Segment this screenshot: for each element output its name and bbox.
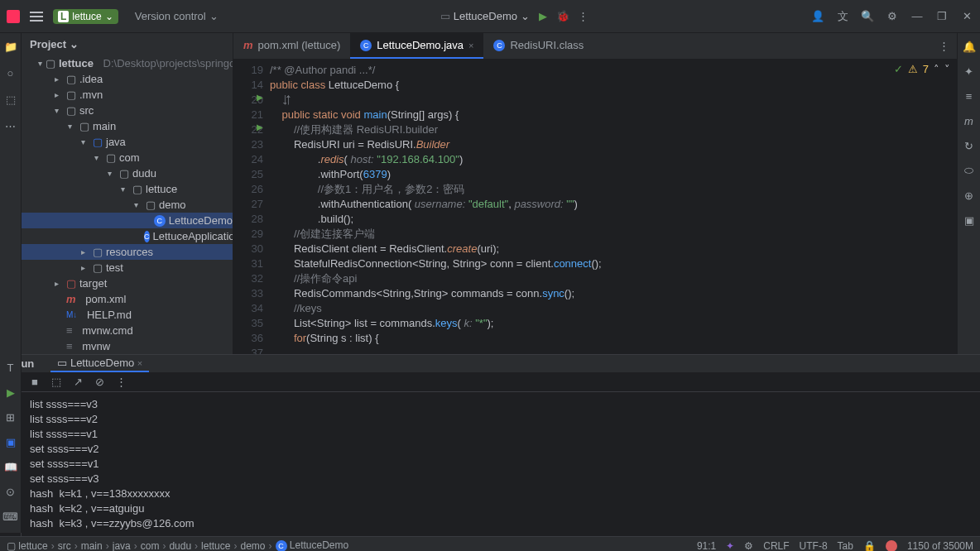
java-class-icon: C xyxy=(154,215,166,227)
close-tab-icon[interactable]: × xyxy=(468,41,473,50)
maven-icon[interactable]: m xyxy=(963,114,976,127)
run-button[interactable]: ▶ xyxy=(536,10,550,23)
tree-main[interactable]: ▾▢main xyxy=(22,118,233,134)
tree-pom[interactable]: m pom.xml xyxy=(22,291,233,307)
tab-pom[interactable]: mpom.xml (lettuce) xyxy=(233,33,350,59)
export-icon[interactable]: ↗ xyxy=(71,376,84,389)
bean-icon[interactable]: ⬭ xyxy=(963,164,976,177)
caret-position[interactable]: 91:1 xyxy=(697,540,716,552)
layout-icon[interactable]: ▣ xyxy=(963,213,976,227)
bc-item[interactable]: demo xyxy=(240,540,265,552)
code-content[interactable]: /** @Author pandi ...*/ public class Let… xyxy=(270,60,957,354)
translate-icon[interactable]: 文 xyxy=(836,10,849,23)
bc-item[interactable]: dudu xyxy=(169,540,191,552)
terminal-icon[interactable]: ⌨ xyxy=(4,510,17,523)
close-icon[interactable]: ✕ xyxy=(960,10,973,23)
tab-menu-icon[interactable]: ⋮ xyxy=(937,40,950,53)
encoding[interactable]: UTF-8 xyxy=(800,540,828,552)
line-sep[interactable]: CRLF xyxy=(763,540,789,552)
layout-icon[interactable]: ⬚ xyxy=(50,376,63,389)
console-output[interactable]: list ssss===v3 list ssss===v2 list ssss=… xyxy=(22,392,980,536)
notifications-icon[interactable]: 🔔 xyxy=(963,40,976,53)
tree-root[interactable]: ▾▢lettuce D:\Desktop\projects\springoot3… xyxy=(22,55,233,71)
maximize-icon[interactable]: ❐ xyxy=(935,10,949,23)
code-with-me-icon[interactable]: 👤 xyxy=(811,10,824,23)
line-gutter: 1914202122232425262728293031323334353637 xyxy=(233,60,270,354)
run-line-icon[interactable]: ▶ xyxy=(257,122,263,132)
commit-tool-icon[interactable]: ○ xyxy=(4,66,17,79)
tree-test[interactable]: ▸▢test xyxy=(22,260,233,276)
stop-icon[interactable]: ■ xyxy=(28,376,41,389)
bc-item[interactable]: src xyxy=(58,540,71,552)
structure-tool-icon[interactable]: ⬚ xyxy=(4,93,17,106)
problems-icon[interactable]: ⊙ xyxy=(4,485,17,498)
bc-item[interactable]: com xyxy=(141,540,160,552)
tree-mvnwcmd[interactable]: ≡ mvnw.cmd xyxy=(22,323,233,338)
bc-item[interactable]: java xyxy=(113,540,131,552)
settings-icon[interactable]: ⚙ xyxy=(886,10,899,23)
tab-lettuce-demo[interactable]: CLettuceDemo.java× xyxy=(350,33,483,59)
tree-src[interactable]: ▾▢src xyxy=(22,103,233,118)
bc-item[interactable]: lettuce xyxy=(201,540,230,552)
bc-item[interactable]: main xyxy=(81,540,103,552)
tree-lettuce[interactable]: ▾▢lettuce xyxy=(22,181,233,197)
status-bar: ▢ lettuce› src› main› java› com› dudu› l… xyxy=(0,536,980,551)
book-icon[interactable]: 📖 xyxy=(4,460,17,473)
tree-mvnw[interactable]: ≡ mvnw xyxy=(22,338,233,354)
ai-icon[interactable]: ✦ xyxy=(963,65,976,78)
tree-dudu[interactable]: ▾▢dudu xyxy=(22,165,233,181)
run-config-selector[interactable]: ▭ LettuceDemo ⌄ xyxy=(440,10,530,22)
world-icon[interactable]: ⊕ xyxy=(963,189,976,202)
tree-lettuce-demo[interactable]: CLettuceDemo xyxy=(22,213,233,228)
code-editor[interactable]: 1914202122232425262728293031323334353637… xyxy=(233,60,957,354)
tree-target[interactable]: ▸▢target xyxy=(22,276,233,291)
chevron-down-icon[interactable]: ˅ xyxy=(944,63,950,75)
version-control-menu[interactable]: Version control ⌄ xyxy=(135,10,219,22)
minimize-icon[interactable]: — xyxy=(910,10,924,23)
clock-icon[interactable]: ↻ xyxy=(963,139,976,152)
database-icon[interactable]: ≡ xyxy=(963,89,976,103)
project-panel-header[interactable]: Project ⌄ xyxy=(22,33,233,55)
tree-help[interactable]: M↓ HELP.md xyxy=(22,307,233,323)
chevron-down-icon: ⌄ xyxy=(70,38,79,50)
indent[interactable]: Tab xyxy=(838,540,853,552)
ai-status-icon[interactable]: ⚙ xyxy=(744,540,753,552)
tree-mvn[interactable]: ▸▢.mvn xyxy=(22,87,233,103)
tree-demo[interactable]: ▾▢demo xyxy=(22,197,233,213)
close-icon[interactable]: × xyxy=(137,358,142,368)
debug-button[interactable]: 🐞 xyxy=(556,10,569,23)
left-bottom-tools: T ▶ ⊞ ▣ 📖 ⊙ ⌨ xyxy=(0,354,22,533)
copilot-icon[interactable]: ✦ xyxy=(726,540,734,552)
main-menu-button[interactable] xyxy=(26,8,46,25)
build-icon[interactable]: ▣ xyxy=(4,435,17,448)
filter-icon[interactable]: ⊘ xyxy=(93,376,106,389)
lock-icon[interactable]: 🔒 xyxy=(863,540,876,552)
bc-item[interactable]: ▢ lettuce xyxy=(7,540,48,552)
bc-item[interactable]: C LettuceDemo xyxy=(276,539,349,551)
more-icon[interactable]: ⋮ xyxy=(114,376,127,389)
java-class-icon: C xyxy=(360,40,372,51)
search-icon[interactable]: 🔍 xyxy=(861,10,874,23)
tree-idea[interactable]: ▸▢.idea xyxy=(22,71,233,87)
chevron-down-icon: ⌄ xyxy=(105,11,113,22)
project-tool-icon[interactable]: 📁 xyxy=(4,40,17,53)
project-selector[interactable]: L lettuce ⌄ xyxy=(53,9,118,24)
memory-indicator[interactable]: 1150 of 3500M xyxy=(907,540,973,552)
more-actions-button[interactable]: ⋮ xyxy=(576,10,589,23)
text-icon[interactable]: T xyxy=(4,361,17,374)
tab-redisuri[interactable]: CRedisURI.class xyxy=(483,33,593,59)
error-indicator[interactable] xyxy=(886,540,897,552)
more-tool-icon[interactable]: ⋯ xyxy=(4,119,17,132)
tree-lettuce-app[interactable]: CLettuceApplication xyxy=(22,228,233,244)
inspection-widget[interactable]: ✓ ⚠ 7 ˄ ˅ xyxy=(894,63,950,75)
left-tool-strip: 📁 ○ ⬚ ⋯ xyxy=(0,33,22,354)
chevron-up-icon[interactable]: ˄ xyxy=(934,63,939,75)
run-tool-icon[interactable]: ▶ xyxy=(4,386,17,399)
services-icon[interactable]: ⊞ xyxy=(4,410,17,424)
tree-java[interactable]: ▾▢java xyxy=(22,134,233,150)
tree-resources[interactable]: ▸▢resources xyxy=(22,244,233,260)
run-line-icon[interactable]: ▶ xyxy=(257,93,263,102)
maven-icon: m xyxy=(66,293,76,305)
tree-com[interactable]: ▾▢com xyxy=(22,150,233,165)
run-config-tab[interactable]: ▭ LettuceDemo × xyxy=(50,355,149,372)
